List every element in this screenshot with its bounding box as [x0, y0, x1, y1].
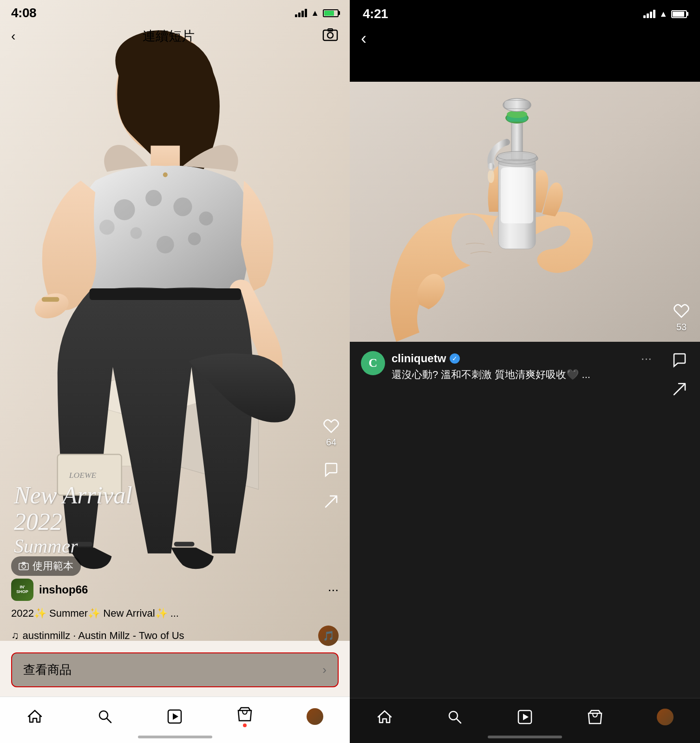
- music-note-icon: ♫: [11, 630, 19, 642]
- shop-icon: [236, 706, 253, 723]
- wifi-icon: ▲: [311, 8, 319, 18]
- comment-share-button[interactable]: [670, 380, 689, 398]
- right-search-icon: [446, 709, 463, 725]
- video-area: LOEWE New Arrival 2022 Summer 使用範本: [0, 0, 350, 641]
- svg-point-15: [188, 233, 201, 246]
- tab-home[interactable]: [17, 704, 52, 729]
- svg-point-44: [498, 159, 536, 167]
- comment-caption: 還沒心動? 溫和不刺激 質地清爽好吸收🖤 ...: [392, 368, 652, 382]
- tab-profile[interactable]: [297, 704, 333, 729]
- right-phone: 4:21 ▲ ‹: [350, 0, 700, 743]
- nav-title: 連續短片: [143, 27, 195, 45]
- right-battery-icon: [671, 10, 687, 18]
- account-name[interactable]: inshop66: [39, 583, 88, 596]
- svg-text:LOEWE: LOEWE: [69, 470, 97, 480]
- like-count: 64: [326, 437, 336, 448]
- clinique-avatar: C: [361, 351, 385, 375]
- right-profile-avatar: [657, 709, 674, 725]
- comment-bubble-icon: [670, 351, 689, 370]
- share-button[interactable]: [322, 492, 340, 511]
- right-reels-icon: [517, 709, 533, 725]
- commenter-name[interactable]: cliniquetw: [392, 352, 446, 365]
- svg-point-10: [145, 190, 162, 206]
- tab-reels[interactable]: [157, 704, 192, 729]
- shop-button[interactable]: 查看商品 ›: [11, 652, 339, 687]
- back-button[interactable]: ‹: [11, 29, 15, 44]
- left-phone: 4:08 ▲ ‹ 連續短片: [0, 0, 350, 743]
- right-tab-search[interactable]: [437, 705, 472, 729]
- verified-badge: ✓: [450, 353, 460, 364]
- svg-marker-48: [523, 714, 529, 720]
- account-avatar: IN'SHOP: [11, 579, 33, 601]
- svg-line-46: [457, 719, 461, 723]
- more-options-button[interactable]: ···: [328, 582, 339, 597]
- left-time: 4:08: [11, 6, 36, 20]
- svg-rect-18: [90, 288, 241, 300]
- svg-point-16: [99, 220, 115, 235]
- svg-rect-0: [323, 30, 337, 40]
- signal-icon: [295, 9, 307, 17]
- camera-sample-label: 使用範本: [33, 559, 73, 573]
- svg-rect-20: [174, 542, 195, 547]
- right-nav-bar: ‹: [350, 25, 700, 54]
- tab-shop[interactable]: [227, 702, 262, 731]
- svg-point-22: [163, 172, 168, 177]
- search-tab-icon: [97, 708, 113, 725]
- music-row: ♫ austinmillz · Austin Millz - Two of Us…: [11, 626, 339, 646]
- battery-icon: [323, 9, 339, 17]
- right-action-buttons: 53: [672, 301, 691, 332]
- tab-search[interactable]: [87, 704, 123, 729]
- overlay-year: 2022: [14, 508, 132, 535]
- right-status-icons: ▲: [643, 9, 687, 19]
- account-row: IN'SHOP inshop66 ···: [11, 579, 339, 601]
- profile-avatar: [307, 708, 323, 725]
- send-icon: [322, 492, 340, 511]
- svg-point-42: [488, 163, 494, 169]
- product-visual: [350, 82, 700, 342]
- caption-text: 2022✨ Summer✨ New Arrival✨ ...: [11, 606, 339, 621]
- right-tab-shop[interactable]: [577, 705, 613, 729]
- svg-line-29: [107, 718, 111, 723]
- camera-icon: [19, 561, 29, 571]
- right-back-button[interactable]: ‹: [361, 29, 366, 48]
- svg-point-11: [173, 197, 192, 216]
- svg-point-9: [114, 199, 135, 220]
- comment-action-buttons: [670, 351, 689, 398]
- svg-point-26: [22, 565, 26, 568]
- svg-point-1: [327, 33, 333, 38]
- music-avatar: 🎵: [318, 626, 339, 646]
- commenter-row: C cliniquetw ✓ ··· 還沒心動? 溫和不刺激 質地清爽好吸收🖤 …: [361, 351, 652, 382]
- camera-sample-badge[interactable]: 使用範本: [11, 556, 81, 576]
- commenter-info: cliniquetw ✓ ··· 還沒心動? 溫和不刺激 質地清爽好吸收🖤 ..…: [392, 351, 652, 382]
- camera-button[interactable]: [322, 26, 339, 46]
- action-buttons: 64: [322, 417, 340, 511]
- svg-marker-31: [173, 713, 178, 720]
- shop-button-arrow: ›: [322, 663, 327, 677]
- reels-icon: [166, 708, 183, 725]
- left-home-indicator: [138, 736, 212, 738]
- product-illustration: [350, 82, 700, 342]
- svg-point-12: [199, 211, 213, 225]
- commenter-name-row: cliniquetw ✓ ···: [392, 351, 652, 366]
- svg-point-14: [157, 236, 174, 254]
- product-video-area: 53: [350, 82, 700, 342]
- right-tab-home[interactable]: [367, 705, 402, 729]
- svg-rect-41: [504, 100, 530, 109]
- right-tab-reels[interactable]: [507, 705, 543, 729]
- right-like-button[interactable]: 53: [672, 301, 691, 332]
- heart-icon: [322, 417, 340, 435]
- right-time: 4:21: [363, 7, 388, 21]
- svg-rect-25: [19, 563, 28, 570]
- overlay-text: New Arrival 2022 Summer: [14, 482, 132, 557]
- right-home-icon: [376, 709, 393, 725]
- home-icon: [26, 708, 43, 725]
- comment-section: C cliniquetw ✓ ··· 還沒心動? 溫和不刺激 質地清爽好吸收🖤 …: [350, 342, 700, 698]
- left-nav-bar: ‹ 連續短片: [0, 22, 350, 53]
- like-button[interactable]: 64: [322, 417, 340, 448]
- right-more-button[interactable]: ···: [641, 351, 652, 366]
- svg-point-13: [131, 227, 142, 239]
- comment-comment-button[interactable]: [670, 351, 689, 370]
- right-shop-icon: [587, 709, 603, 725]
- comment-button[interactable]: [322, 461, 340, 479]
- right-tab-profile[interactable]: [648, 705, 683, 729]
